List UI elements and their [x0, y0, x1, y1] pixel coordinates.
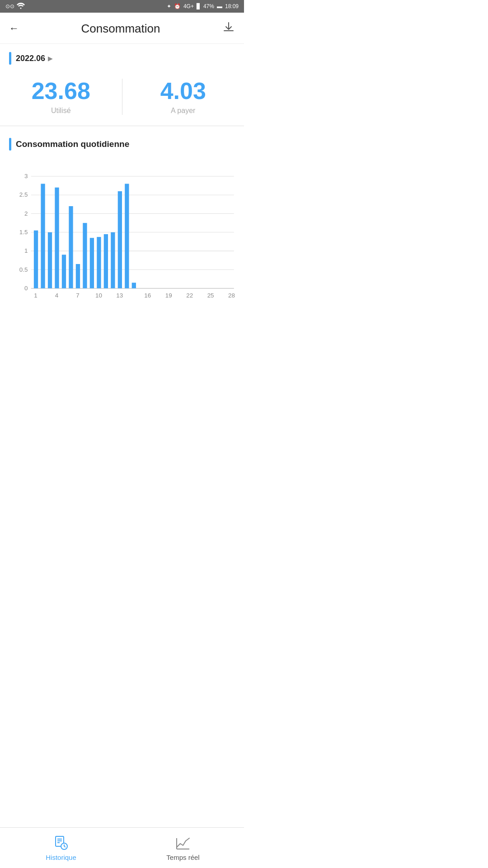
svg-text:1: 1 — [24, 247, 28, 254]
bar-chart: 3 2.5 2 1.5 1 0.5 0 — [5, 162, 239, 307]
network-label: 4G+ — [183, 3, 194, 9]
bar-day4 — [55, 188, 59, 288]
bar-day7 — [76, 264, 80, 288]
battery-icon: ▬ — [217, 3, 222, 9]
period-arrow: ▶ — [48, 55, 53, 62]
bar-day14 — [125, 184, 129, 288]
bar-day13 — [118, 191, 122, 288]
svg-text:22: 22 — [186, 292, 193, 299]
download-button[interactable] — [222, 21, 235, 36]
section-divider — [0, 126, 244, 126]
stats-section: 23.68 Utilisé 4.03 A payer — [0, 69, 244, 126]
stat-topay-label: A payer — [122, 107, 244, 115]
bar-day1 — [34, 231, 38, 288]
stat-topay-value: 4.03 — [122, 78, 244, 104]
battery-label: 47% — [203, 3, 214, 9]
svg-text:13: 13 — [116, 292, 123, 299]
svg-text:16: 16 — [144, 292, 151, 299]
svg-text:1: 1 — [34, 292, 37, 299]
svg-text:7: 7 — [76, 292, 79, 299]
svg-text:25: 25 — [207, 292, 214, 299]
wifi-icon — [17, 3, 25, 10]
period-indicator — [9, 52, 11, 65]
svg-text:1.5: 1.5 — [19, 229, 28, 236]
stat-used-label: Utilisé — [0, 107, 122, 115]
bar-day15 — [132, 283, 136, 288]
stat-used-value: 23.68 — [0, 78, 122, 104]
bar-day8 — [83, 223, 87, 288]
bar-day10 — [97, 237, 101, 288]
app-header: ← Consommation — [0, 13, 244, 44]
bar-day9 — [90, 238, 94, 288]
section-indicator — [9, 138, 11, 151]
chart-container: 3 2.5 2 1.5 1 0.5 0 — [0, 158, 244, 309]
stat-topay: 4.03 A payer — [122, 78, 244, 115]
back-button[interactable]: ← — [9, 23, 19, 34]
svg-text:3: 3 — [24, 173, 28, 179]
status-left-icons: ⊙⊙ — [5, 3, 25, 10]
svg-text:10: 10 — [95, 292, 102, 299]
bar-day2 — [41, 184, 45, 288]
voicemail-icon: ⊙⊙ — [5, 3, 14, 9]
signal-icon: ▊ — [197, 3, 201, 9]
bar-day12 — [111, 232, 115, 288]
stat-used: 23.68 Utilisé — [0, 78, 122, 115]
svg-text:0.5: 0.5 — [19, 266, 28, 273]
status-right-icons: ✦ ⏰ 4G+ ▊ 47% ▬ 18:09 — [167, 3, 239, 9]
time-label: 18:09 — [225, 3, 239, 9]
period-label: 2022.06 — [16, 54, 45, 63]
section-title: Consommation quotidienne — [16, 139, 129, 149]
bar-day5 — [62, 255, 66, 288]
page-title: Consommation — [81, 22, 160, 36]
bar-day11 — [104, 234, 108, 288]
svg-text:2: 2 — [24, 210, 28, 217]
svg-text:4: 4 — [55, 292, 59, 299]
status-bar: ⊙⊙ ✦ ⏰ 4G+ ▊ 47% ▬ 18:09 — [0, 0, 244, 13]
bar-day3 — [48, 232, 52, 288]
bluetooth-icon: ✦ — [167, 3, 171, 9]
alarm-icon: ⏰ — [174, 3, 181, 9]
bar-day6 — [69, 206, 73, 288]
period-selector[interactable]: 2022.06 ▶ — [0, 44, 244, 69]
quotidienne-section: Consommation quotidienne 3 2.5 2 1.5 1 0… — [0, 133, 244, 309]
svg-text:0: 0 — [24, 285, 28, 292]
section-header: Consommation quotidienne — [0, 138, 244, 158]
svg-text:19: 19 — [165, 292, 172, 299]
svg-text:2.5: 2.5 — [19, 192, 28, 198]
svg-text:28: 28 — [228, 292, 235, 299]
